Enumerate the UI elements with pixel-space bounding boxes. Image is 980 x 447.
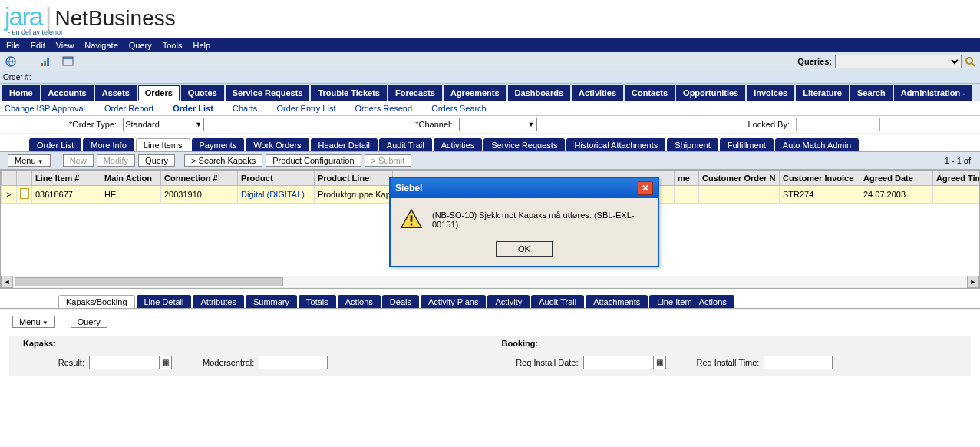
sublink-change-isp[interactable]: Change ISP Approval <box>5 104 85 113</box>
tab-home[interactable]: Home <box>2 85 40 101</box>
stab-shipment[interactable]: Shipment <box>667 138 718 151</box>
result-input[interactable] <box>90 356 159 369</box>
stab-service-requests[interactable]: Service Requests <box>483 138 565 151</box>
modersentral-input[interactable] <box>259 356 328 369</box>
report-icon[interactable] <box>39 55 51 68</box>
tab-search[interactable]: Search <box>850 85 893 101</box>
ok-button[interactable]: OK <box>496 241 553 257</box>
col-customer-order[interactable]: Customer Order N <box>699 171 780 186</box>
row-doc-icon[interactable] <box>17 186 32 204</box>
ltab-actions[interactable]: Actions <box>338 295 381 308</box>
sublink-orders-resend[interactable]: Orders Resend <box>355 104 413 113</box>
col-me[interactable]: me <box>675 171 699 186</box>
tab-agreements[interactable]: Agreements <box>444 85 506 101</box>
tab-literature[interactable]: Literature <box>796 85 849 101</box>
calendar-icon[interactable]: ▦ <box>653 356 665 369</box>
stab-activities[interactable]: Activities <box>434 138 482 151</box>
scroll-track[interactable] <box>13 276 967 287</box>
menu-navigate[interactable]: Navigate <box>84 41 117 50</box>
ltab-line-item-actions[interactable]: Line Item - Actions <box>649 295 734 308</box>
menu-help[interactable]: Help <box>193 41 210 50</box>
cell-connection[interactable]: 20031910 <box>161 186 238 204</box>
cell-agreed-time[interactable] <box>933 186 981 204</box>
window-icon[interactable] <box>62 55 74 68</box>
ltab-activity[interactable]: Activity <box>487 295 530 308</box>
channel-combo[interactable]: ▼ <box>459 118 537 131</box>
tab-service-requests[interactable]: Service Requests <box>226 85 310 101</box>
order-type-combo[interactable]: ▼ <box>123 118 204 131</box>
chevron-down-icon[interactable]: ▼ <box>193 121 203 128</box>
ltab-activity-plans[interactable]: Activity Plans <box>421 295 486 308</box>
ltab-deals[interactable]: Deals <box>382 295 419 308</box>
scroll-right-icon[interactable]: ► <box>967 276 979 288</box>
menu-tools[interactable]: Tools <box>163 41 183 50</box>
tab-accounts[interactable]: Accounts <box>41 85 94 101</box>
cell-me[interactable] <box>675 186 699 204</box>
search-kapaks-button[interactable]: > Search Kapaks <box>184 154 262 167</box>
query-button[interactable]: Query <box>138 154 175 167</box>
menu-view[interactable]: View <box>56 41 74 50</box>
lower-menu-button[interactable]: Menu <box>12 316 55 328</box>
menu-query[interactable]: Query <box>129 41 152 50</box>
stab-historical-attachments[interactable]: Historical Attachments <box>566 138 665 151</box>
ltab-summary[interactable]: Summary <box>246 295 297 308</box>
sublink-charts[interactable]: Charts <box>233 104 257 113</box>
menu-edit[interactable]: Edit <box>31 41 45 50</box>
sublink-order-report[interactable]: Order Report <box>104 104 153 113</box>
req-install-date-field[interactable]: ▦ <box>583 356 666 369</box>
ltab-totals[interactable]: Totals <box>299 295 336 308</box>
cell-product[interactable]: Digital (DIGITAL) <box>238 186 315 204</box>
tab-quotes[interactable]: Quotes <box>181 85 224 101</box>
col-line-item[interactable]: Line Item # <box>32 171 101 186</box>
picker-icon[interactable]: ▦ <box>159 356 171 369</box>
tab-contacts[interactable]: Contacts <box>625 85 675 101</box>
order-type-input[interactable] <box>124 118 193 131</box>
tab-invoices[interactable]: Invoices <box>747 85 794 101</box>
req-install-date-input[interactable] <box>584 356 653 369</box>
stab-fulfillment[interactable]: Fulfillment <box>720 138 774 151</box>
result-field[interactable]: ▦ <box>89 356 172 369</box>
ltab-kapaks-booking[interactable]: Kapaks/Booking <box>58 295 135 308</box>
col-customer-invoice[interactable]: Customer Invoice <box>780 171 860 186</box>
tab-assets[interactable]: Assets <box>95 85 137 101</box>
tab-opportunities[interactable]: Opportunities <box>676 85 745 101</box>
ltab-audit-trail[interactable]: Audit Trail <box>531 295 584 308</box>
tab-trouble-tickets[interactable]: Trouble Tickets <box>311 85 387 101</box>
sublink-orders-search[interactable]: Orders Search <box>431 104 487 113</box>
submit-button[interactable]: > Submit <box>365 154 412 167</box>
horizontal-scrollbar[interactable]: ◄ ► <box>1 276 979 288</box>
col-agreed-date[interactable]: Agreed Date <box>860 171 933 186</box>
cell-agreed-date[interactable]: 24.07.2003 <box>860 186 933 204</box>
col-product-line[interactable]: Product Line <box>315 171 393 186</box>
new-button[interactable]: New <box>63 154 94 167</box>
cell-customer-invoice[interactable]: STR274 <box>780 186 860 204</box>
tab-activities[interactable]: Activities <box>572 85 623 101</box>
ltab-attributes[interactable]: Attributes <box>193 295 243 308</box>
search-icon[interactable] <box>965 56 975 67</box>
sublink-order-entry-list[interactable]: Order Entry List <box>276 104 335 113</box>
cell-line-item[interactable]: 03618677 <box>32 186 101 204</box>
product-configuration-button[interactable]: Product Configuration <box>266 154 361 167</box>
col-connection[interactable]: Connection # <box>161 171 238 186</box>
req-install-time-input[interactable] <box>764 356 833 369</box>
cell-customer-order[interactable] <box>699 186 780 204</box>
col-main-action[interactable]: Main Action <box>101 171 161 186</box>
scroll-left-icon[interactable]: ◄ <box>1 276 13 288</box>
tab-forecasts[interactable]: Forecasts <box>388 85 442 101</box>
stab-work-orders[interactable]: Work Orders <box>246 138 309 151</box>
stab-header-detail[interactable]: Header Detail <box>311 138 378 151</box>
close-icon[interactable]: ✕ <box>638 181 653 195</box>
grid-menu-button[interactable]: Menu <box>8 154 51 167</box>
tab-orders[interactable]: Orders <box>138 85 180 101</box>
cell-product-line[interactable]: Produktgruppe Kapa <box>315 186 393 204</box>
locked-by-input[interactable] <box>796 118 880 131</box>
chevron-down-icon[interactable]: ▼ <box>526 121 536 128</box>
menu-file[interactable]: File <box>6 41 20 50</box>
tab-administration[interactable]: Administration - <box>894 85 972 101</box>
tab-dashboards[interactable]: Dashboards <box>508 85 571 101</box>
col-product[interactable]: Product <box>238 171 315 186</box>
ltab-line-detail[interactable]: Line Detail <box>137 295 192 308</box>
lower-query-button[interactable]: Query <box>71 316 107 328</box>
channel-input[interactable] <box>460 118 526 131</box>
sublink-order-list[interactable]: Order List <box>173 104 213 113</box>
